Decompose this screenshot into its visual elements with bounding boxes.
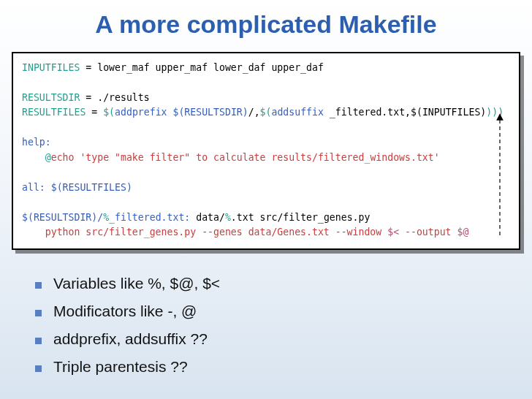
code-token: addprefix bbox=[115, 107, 167, 118]
code-token: $< bbox=[387, 227, 399, 238]
makefile-code-box: INPUTFILES = lower_maf upper_maf lower_d… bbox=[12, 52, 520, 250]
code-token: _filtered.txt: bbox=[109, 212, 190, 223]
code-token: % bbox=[103, 212, 109, 223]
code-token: = ./results bbox=[80, 92, 149, 103]
code-token: --output bbox=[399, 227, 457, 238]
code-token: $@ bbox=[457, 227, 469, 238]
code-token: = lower_maf upper_maf lower_daf upper_da… bbox=[80, 62, 323, 73]
code-token: $( bbox=[103, 107, 115, 118]
code-token: = bbox=[86, 107, 103, 118]
code-token: _filtered.txt,$(INPUTFILES) bbox=[324, 107, 486, 118]
code-token: $( bbox=[260, 107, 272, 118]
code-token: @ bbox=[22, 152, 51, 163]
bullet-text: addprefix, addsuffix ?? bbox=[53, 330, 208, 348]
code-token: python src/filter_genes.py --genes data/… bbox=[22, 227, 387, 238]
bullet-icon bbox=[35, 365, 42, 372]
code-token: ))) bbox=[486, 107, 503, 118]
list-item: Modificators like -, @ bbox=[35, 303, 532, 320]
code-token: echo 'type "make filter" to calculate re… bbox=[51, 152, 440, 163]
bullet-text: Variables like %, $@, $< bbox=[53, 275, 220, 292]
code-token: data/ bbox=[190, 212, 225, 223]
code-token: $(RESULTSDIR)/ bbox=[22, 212, 103, 223]
code-token: $(RESULTSDIR) bbox=[172, 107, 248, 118]
code-token: RESULTSDIR bbox=[22, 92, 80, 103]
list-item: addprefix, addsuffix ?? bbox=[35, 330, 532, 348]
code-token: addsuffix bbox=[271, 107, 323, 118]
bullet-icon bbox=[35, 310, 42, 316]
code-token: all: bbox=[22, 182, 45, 193]
code-token: RESULTFILES bbox=[22, 107, 86, 118]
code-token: help: bbox=[22, 137, 51, 148]
slide-title: A more complicated Makefile bbox=[0, 0, 532, 52]
bullet-list: Variables like %, $@, $< Modificators li… bbox=[35, 275, 532, 376]
code-token: .txt src/filter_genes.py bbox=[231, 212, 370, 223]
bullet-icon bbox=[35, 282, 42, 289]
list-item: Triple parentesis ?? bbox=[35, 358, 532, 376]
bullet-icon bbox=[35, 338, 42, 344]
code-token: $(RESULTFILES) bbox=[45, 182, 132, 193]
code-token: % bbox=[225, 212, 231, 223]
code-token: /, bbox=[248, 107, 260, 118]
code-token: INPUTFILES bbox=[22, 62, 80, 73]
bullet-text: Modificators like -, @ bbox=[53, 303, 197, 320]
list-item: Variables like %, $@, $< bbox=[35, 275, 532, 292]
bullet-text: Triple parentesis ?? bbox=[53, 358, 188, 376]
